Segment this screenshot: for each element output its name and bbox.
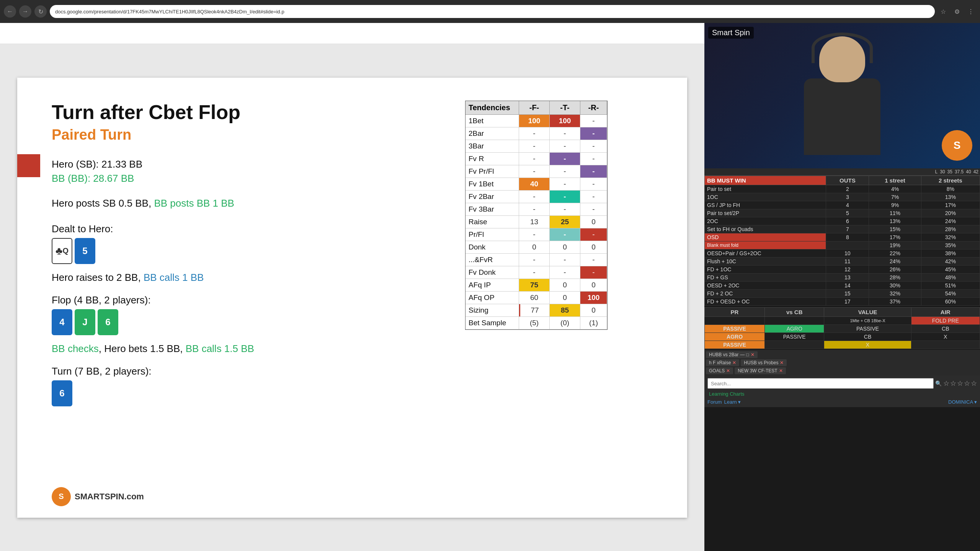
flop-action: BB checks, Hero bets 1.5 BB, BB calls 1.… xyxy=(52,343,450,355)
hubb-vs-2bar-window[interactable]: HUBB vs 2Bar — □ ✕ xyxy=(706,351,758,358)
window-row-1: HUBB vs 2Bar — □ ✕ xyxy=(706,351,978,358)
address-bar[interactable]: docs.google.com/presentation/d/17FK45m7M… xyxy=(50,5,935,18)
window-row-2: h F xRaise ✕ HUSB vs Probes ✕ xyxy=(706,359,978,366)
husb-vs-probes-window[interactable]: HUSB vs Probes ✕ xyxy=(741,359,787,366)
forward-button[interactable]: → xyxy=(19,5,31,18)
learn-link[interactable]: Learn ▾ xyxy=(724,399,741,405)
menu-icon[interactable]: ⋮ xyxy=(965,6,976,17)
star-2[interactable]: ☆ xyxy=(950,379,956,388)
turn-label: Turn (7 BB, 2 players): xyxy=(52,365,450,377)
bottom-area: 🔍 ☆ ☆ ☆ ☆ ☆ Learning Charts Forum Learn … xyxy=(704,376,980,407)
close-icon[interactable]: ✕ xyxy=(726,368,730,373)
table-row: PASSIVE X xyxy=(705,341,980,349)
header-f: -F- xyxy=(519,101,550,115)
table-row: Blank must fold19%35% xyxy=(705,241,980,249)
table-row: 2OC613%24% xyxy=(705,217,980,225)
table-row: 2Bar - - - xyxy=(466,127,607,140)
table-row: Pair to set/2P511%20% xyxy=(705,209,980,217)
search-icon: 🔍 xyxy=(935,380,942,386)
table-row: Donk 0 0 0 xyxy=(466,241,607,254)
window-title: HUSB vs Probes xyxy=(744,360,778,365)
table-row: Pair to set24%8% xyxy=(705,185,980,193)
flop-label: Flop (4 BB, 2 players): xyxy=(52,294,450,306)
col-header-outs: OUTS xyxy=(826,176,869,185)
new-3w-cf-test-window[interactable]: NEW 3W CF-TEST ✕ xyxy=(735,367,786,374)
forum-link[interactable]: Forum xyxy=(707,399,722,405)
dealt-label: Dealt to Hero: xyxy=(52,223,450,235)
window-title: h F xRaise xyxy=(709,360,731,365)
table-row: Fv 3Bar - - - xyxy=(466,203,607,216)
slide-area: Turn after Cbet Flop Paired Turn Hero (S… xyxy=(0,23,704,551)
slide-toolbar xyxy=(0,23,704,44)
table-row: Flush + 10C1124%42% xyxy=(705,258,980,266)
table-row: OESD + 2OC1430%51% xyxy=(705,282,980,290)
flop-card-6: 6 xyxy=(98,309,118,335)
webcam-logo: S xyxy=(942,130,972,161)
h-f-xraise-window[interactable]: h F xRaise ✕ xyxy=(706,359,739,366)
webcam-label: Smart Spin xyxy=(708,27,754,39)
slide-subtitle: Paired Turn xyxy=(52,127,450,143)
posts-text: Hero posts SB 0.5 BB, BB posts BB 1 BB xyxy=(52,197,450,209)
table-row: Fv Donk - - - xyxy=(466,266,607,279)
table-row: Pr/Fl - - - xyxy=(466,228,607,241)
table-row: Fv Pr/Fl - - - xyxy=(466,165,607,178)
person-figure xyxy=(804,36,880,155)
star-4[interactable]: ☆ xyxy=(964,379,970,388)
head-shape xyxy=(819,36,865,82)
logo-text: SMARTSPIN.com xyxy=(75,492,144,502)
restore-icon[interactable]: □ xyxy=(746,352,749,357)
refresh-button[interactable]: ↻ xyxy=(34,5,47,18)
headphones xyxy=(812,33,873,63)
table-row: AFq OP 60 0 100 xyxy=(466,292,607,304)
star-5[interactable]: ☆ xyxy=(971,379,977,388)
table-row: 3Bar - - - xyxy=(466,140,607,153)
taskbar-items-row: Forum Learn ▾ DOMINICA ▾ xyxy=(707,399,977,405)
stats-table-area: L 30 35 37.5 40 42 BB MUST WIN OUTS 1 st… xyxy=(704,168,980,551)
slide-right: Tendencies -F- -T- -R- 1Bet 100 100 - xyxy=(465,78,687,518)
table-row: Sizing 77 85 0 xyxy=(466,304,607,317)
hero-card-q: ♣Q xyxy=(52,238,72,264)
window-title: GOALS xyxy=(709,368,725,373)
hero-stack: Hero (SB): 21.33 BB xyxy=(52,158,450,170)
main-layout: Turn after Cbet Flop Paired Turn Hero (S… xyxy=(0,23,980,551)
close-icon[interactable]: ✕ xyxy=(780,360,784,365)
back-button[interactable]: ← xyxy=(4,5,16,18)
minimize-icon[interactable]: — xyxy=(740,352,745,357)
slide-title: Turn after Cbet Flop xyxy=(52,101,450,124)
dominica-link[interactable]: DOMINICA ▾ xyxy=(948,399,977,405)
webcam-area: Smart Spin S xyxy=(704,23,980,168)
table-row: 1OC37%13% xyxy=(705,193,980,201)
webcam-person: Smart Spin S xyxy=(704,23,980,168)
right-panel: Smart Spin S L 30 35 37.5 40 42 xyxy=(704,23,980,551)
close-icon[interactable]: ✕ xyxy=(751,352,755,357)
logo-icon: S xyxy=(52,487,71,506)
star-3[interactable]: ☆ xyxy=(957,379,963,388)
slide-left: Turn after Cbet Flop Paired Turn Hero (S… xyxy=(17,78,465,518)
header-r: -R- xyxy=(580,101,607,115)
star-icon[interactable]: ☆ xyxy=(938,6,949,17)
table-row: Fv 2Bar - - - xyxy=(466,191,607,203)
tendencies-table: Tendencies -F- -T- -R- 1Bet 100 100 - xyxy=(465,101,608,330)
col-header-1street: 1 street xyxy=(869,176,921,185)
table-row: 1Bet 100 100 - xyxy=(466,115,607,127)
extensions-icon[interactable]: ⚙ xyxy=(952,6,962,17)
table-row: Bet Sample (5) (0) (1) xyxy=(466,317,607,329)
star-1[interactable]: ☆ xyxy=(943,379,949,388)
table-row: 1Mte + CB 1Bbe-X FOLD PRE xyxy=(705,317,980,325)
hud-table: PR vs CB VALUE AIR 1Mte + CB 1Bbe-X FOLD… xyxy=(704,307,980,349)
body-shape xyxy=(804,78,880,155)
goals-window[interactable]: GOALS ✕ xyxy=(706,367,733,374)
floating-windows-area: HUBB vs 2Bar — □ ✕ h F xRaise ✕ HUSB vs … xyxy=(704,350,980,376)
window-row-3: GOALS ✕ NEW 3W CF-TEST ✕ xyxy=(706,367,978,374)
col-header-2streets: 2 streets xyxy=(921,176,980,185)
table-row: OSD817%32% xyxy=(705,233,980,241)
search-input[interactable] xyxy=(707,378,934,389)
browser-icons: ☆ ⚙ ⋮ xyxy=(938,6,976,17)
turn-card-6: 6 xyxy=(52,380,72,406)
window-title: NEW 3W CF-TEST xyxy=(738,368,777,373)
number-row: L 30 35 37.5 40 42 xyxy=(704,168,980,176)
close-icon[interactable]: ✕ xyxy=(779,368,783,373)
table-row: Fv R - - - xyxy=(466,153,607,165)
hud-mini-table: PR vs CB VALUE AIR 1Mte + CB 1Bbe-X FOLD… xyxy=(704,307,980,349)
close-icon[interactable]: ✕ xyxy=(732,360,736,365)
